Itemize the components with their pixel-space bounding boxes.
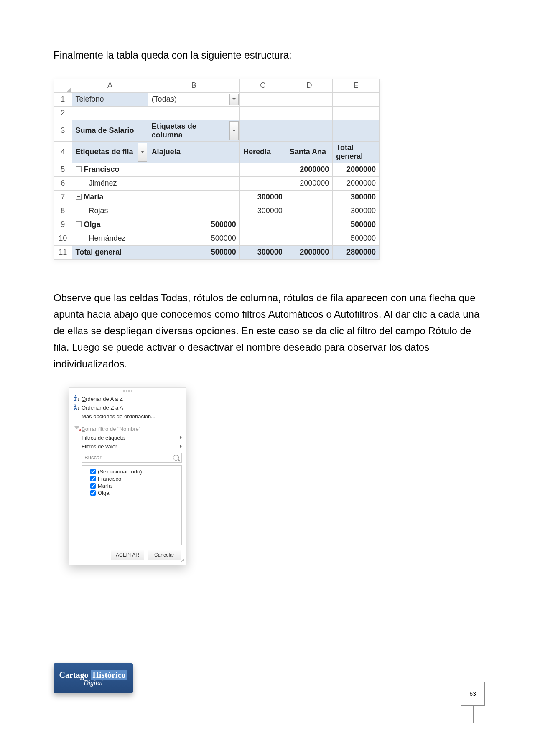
menu-separator xyxy=(71,423,183,423)
label-filters-label: Filtros de etiqueta xyxy=(82,435,177,441)
checkbox-item[interactable] xyxy=(90,476,96,481)
row-number[interactable]: 11 xyxy=(54,245,72,259)
column-labels-dropdown[interactable]: Etiquetas de columna xyxy=(148,120,239,141)
tree-item[interactable]: María xyxy=(85,482,178,489)
sort-asc-icon: AZ xyxy=(74,396,77,402)
tree-item-select-all[interactable]: (Seleccionar todo) xyxy=(85,468,178,475)
sort-asc-item[interactable]: AZ↓ Ordenar de A a Z xyxy=(69,395,186,403)
cell-heredia xyxy=(239,218,286,232)
cell-heredia: 300000 xyxy=(239,204,286,218)
cell-total: 2000000 xyxy=(333,176,380,190)
row-number[interactable]: 9 xyxy=(54,218,72,232)
search-icon xyxy=(173,455,179,461)
cell-santaana xyxy=(286,204,333,218)
accept-button[interactable]: ACEPTAR xyxy=(111,550,144,560)
cell-santaana xyxy=(286,218,333,232)
checkbox-select-all[interactable] xyxy=(90,469,96,474)
logo-word-historico: Histórico xyxy=(91,670,127,680)
filter-search-input[interactable]: Buscar xyxy=(82,453,182,463)
collapse-icon[interactable] xyxy=(76,166,82,172)
submenu-arrow-icon xyxy=(180,436,182,439)
row-label[interactable]: Hernández xyxy=(72,232,148,245)
row-number[interactable]: 8 xyxy=(54,204,72,218)
tree-item-label: Francisco xyxy=(98,476,121,482)
collapse-icon[interactable] xyxy=(76,221,82,227)
cell-total: 500000 xyxy=(333,232,380,245)
cell-heredia xyxy=(239,176,286,190)
row-label[interactable]: Francisco xyxy=(72,163,148,176)
resize-handle[interactable] xyxy=(180,559,184,563)
value-filters-label: Filtros de valor xyxy=(82,443,177,450)
dropdown-icon[interactable] xyxy=(138,143,147,162)
row-number[interactable]: 1 xyxy=(54,92,72,106)
row-number[interactable]: 3 xyxy=(54,120,72,141)
col-header-B[interactable]: B xyxy=(148,79,239,92)
autofilter-menu: AZ↓ Ordenar de A a Z ZA↓ Ordenar de Z a … xyxy=(69,387,186,565)
checkbox-item[interactable] xyxy=(90,483,96,489)
row-number[interactable]: 2 xyxy=(54,106,72,120)
cell-santaana: 2000000 xyxy=(286,163,333,176)
sort-desc-item[interactable]: ZA↓ Ordenar de Z a A xyxy=(69,403,186,412)
col-header-D[interactable]: D xyxy=(286,79,333,92)
row-label[interactable]: María xyxy=(72,190,148,204)
grip-handle[interactable] xyxy=(69,390,186,393)
row-labels-dropdown[interactable]: Etiquetas de fila xyxy=(72,141,148,163)
logo-word-cartago: Cartago xyxy=(59,670,89,680)
tree-item[interactable]: Francisco xyxy=(85,475,178,482)
col-heredia: Heredia xyxy=(239,141,286,163)
filter-value-todas[interactable]: (Todas) xyxy=(148,92,239,106)
row-label[interactable]: Olga xyxy=(72,218,148,232)
col-total: Total general xyxy=(333,141,380,163)
cell-heredia xyxy=(239,163,286,176)
label-filters-item[interactable]: Filtros de etiqueta xyxy=(69,433,186,442)
page-number-tail xyxy=(473,706,474,723)
row-number[interactable]: 6 xyxy=(54,176,72,190)
column-labels-text: Etiquetas de columna xyxy=(152,122,196,139)
value-filters-item[interactable]: Filtros de valor xyxy=(69,442,186,451)
pivot-table-screenshot: A B C D E 1 Telefono (Todas) 2 3 xyxy=(54,79,380,260)
col-alajuela: Alajuela xyxy=(148,141,239,163)
cell-santaana: 2000000 xyxy=(286,176,333,190)
checkbox-item[interactable] xyxy=(90,490,96,496)
cell-total: 300000 xyxy=(333,204,380,218)
select-all-corner[interactable] xyxy=(54,79,72,92)
cell-santaana xyxy=(286,232,333,245)
sort-desc-label: Ordenar de Z a A xyxy=(82,405,182,411)
cartago-historico-logo: Cartago Histórico Digital xyxy=(54,663,133,693)
row-number[interactable]: 4 xyxy=(54,141,72,163)
cancel-button[interactable]: Cancelar xyxy=(148,550,181,560)
grand-total-all: 2800000 xyxy=(333,245,380,259)
row-label[interactable]: Rojas xyxy=(72,204,148,218)
row-number[interactable]: 7 xyxy=(54,190,72,204)
row-labels-text: Etiquetas de fila xyxy=(76,148,133,156)
cell-alajuela xyxy=(148,163,239,176)
tree-item[interactable]: Olga xyxy=(85,489,178,496)
cell-santaana xyxy=(286,190,333,204)
suma-salario-label: Suma de Salario xyxy=(72,120,148,141)
cell-alajuela xyxy=(148,204,239,218)
collapse-icon[interactable] xyxy=(76,194,82,200)
dropdown-icon[interactable] xyxy=(229,94,239,105)
page-number: 63 xyxy=(461,682,485,706)
cell-total: 300000 xyxy=(333,190,380,204)
col-header-C[interactable]: C xyxy=(239,79,286,92)
tree-item-label: María xyxy=(98,483,112,489)
more-sort-options-item[interactable]: Más opciones de ordenación... xyxy=(69,412,186,421)
cell-heredia: 300000 xyxy=(239,190,286,204)
filter-value-label: (Todas) xyxy=(152,95,177,103)
row-label[interactable]: Jiménez xyxy=(72,176,148,190)
more-sort-label: Más opciones de ordenación... xyxy=(82,413,182,420)
search-placeholder: Buscar xyxy=(84,454,173,461)
row-number[interactable]: 5 xyxy=(54,163,72,176)
clear-filter-item: × Borrar filtro de "Nombre" xyxy=(69,425,186,433)
dropdown-icon[interactable] xyxy=(229,121,239,140)
col-header-A[interactable]: A xyxy=(72,79,148,92)
grand-total-heredia: 300000 xyxy=(239,245,286,259)
cell-heredia xyxy=(239,232,286,245)
cell-alajuela: 500000 xyxy=(148,232,239,245)
col-header-E[interactable]: E xyxy=(333,79,380,92)
filter-values-tree[interactable]: (Seleccionar todo) FranciscoMaríaOlga xyxy=(82,465,182,545)
submenu-arrow-icon xyxy=(180,445,182,448)
row-number[interactable]: 10 xyxy=(54,232,72,245)
tree-item-label: Olga xyxy=(98,490,109,496)
